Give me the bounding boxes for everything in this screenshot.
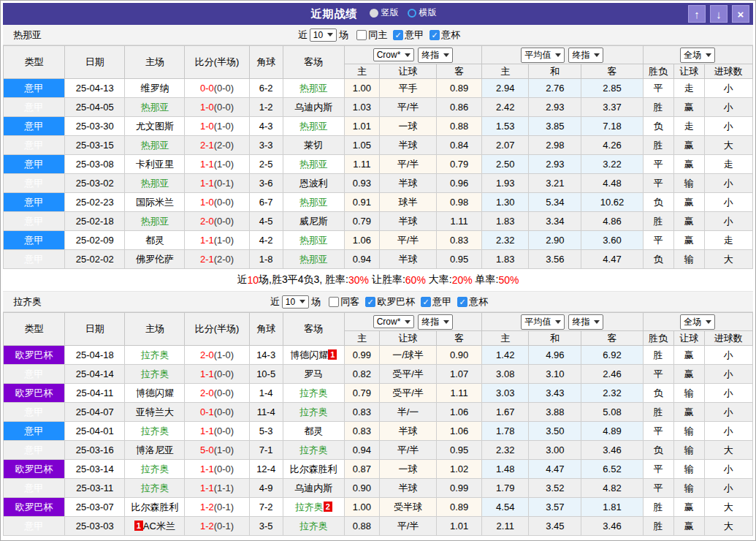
filter-checkbox[interactable]: ✓ bbox=[429, 30, 440, 40]
close-button[interactable]: × bbox=[732, 5, 749, 23]
match-count-select-value: 10 bbox=[313, 30, 323, 40]
bookmaker-select[interactable]: Crow* bbox=[373, 315, 415, 328]
radio-icon bbox=[408, 9, 416, 18]
match-date: 25-04-07 bbox=[65, 403, 125, 422]
score-cell: 1-1(1-0) bbox=[185, 231, 249, 250]
eu-home-odds: 1.83 bbox=[482, 212, 529, 231]
eu-home-odds: 2.11 bbox=[482, 517, 529, 536]
eu-home-odds: 3.03 bbox=[482, 384, 529, 403]
eu-draw-odds: 3.43 bbox=[529, 384, 581, 403]
chevron-down-icon bbox=[405, 320, 411, 324]
away-team-name: 热那亚 bbox=[299, 235, 328, 246]
layout-radio-horizontal[interactable]: 横版 bbox=[408, 7, 437, 19]
odds-group-header: 全场 bbox=[643, 46, 752, 64]
corner-score: 7-2 bbox=[249, 498, 283, 517]
fulltime-score: 2-1 bbox=[200, 254, 214, 265]
result-handicap: 输 bbox=[673, 441, 704, 460]
home-team-name: 拉齐奥 bbox=[140, 464, 169, 474]
league-type: 意甲 bbox=[4, 441, 65, 460]
home-team-name: 卡利亚里 bbox=[136, 159, 174, 170]
move-down-button[interactable]: ↓ bbox=[710, 5, 728, 23]
filter-checkbox[interactable] bbox=[329, 297, 339, 307]
match-count-select-value: 10 bbox=[286, 297, 295, 307]
match-row: 意甲25-02-02佛罗伦萨2-1(2-0)1-8热那亚0.94半球0.951.… bbox=[4, 250, 753, 269]
ah-away-odds: 1.01 bbox=[437, 517, 482, 536]
eu-away-odds: 5.08 bbox=[581, 403, 643, 422]
chevron-down-icon bbox=[443, 320, 449, 324]
home-team: 拉齐奥 bbox=[125, 422, 185, 441]
result-wdl: 平 bbox=[643, 365, 673, 384]
eu-draw-odds: 3.50 bbox=[529, 422, 581, 441]
eu-home-odds: 2.50 bbox=[482, 155, 529, 174]
average-select[interactable]: 平均值 bbox=[521, 48, 565, 63]
odds-group-header: Crow*终指 bbox=[344, 313, 481, 331]
chevron-down-icon bbox=[555, 320, 561, 324]
move-up-button[interactable]: ↑ bbox=[688, 5, 706, 23]
ah-away-odds: 1.02 bbox=[437, 460, 482, 479]
eu-away-odds: 3.37 bbox=[581, 98, 643, 117]
odds-group-selects: Crow*终指 bbox=[345, 48, 481, 63]
average-select[interactable]: 平均值 bbox=[521, 314, 565, 330]
ah-away-odds: 1.07 bbox=[437, 365, 482, 384]
corner-score: 10-5 bbox=[249, 365, 283, 384]
column-header: 比分(半场) bbox=[185, 313, 249, 346]
halftime-score: (0-0) bbox=[214, 83, 234, 94]
filter-checkbox[interactable]: ✓ bbox=[393, 30, 403, 40]
ah-home-odds: 0.94 bbox=[344, 250, 379, 269]
home-team-name: 热那亚 bbox=[140, 140, 169, 151]
filter-checkbox[interactable]: ✓ bbox=[365, 297, 375, 307]
final-index-select[interactable]: 终指 bbox=[568, 314, 603, 330]
eu-away-odds: 6.52 bbox=[581, 460, 643, 479]
bookmaker-select[interactable]: Crow* bbox=[373, 48, 415, 61]
final-index-select-value: 终指 bbox=[572, 316, 589, 328]
ah-home-odds: 0.91 bbox=[344, 193, 379, 212]
layout-radio-group: 竖版横版 bbox=[370, 7, 446, 19]
score-cell: 1-1(0-1) bbox=[185, 174, 249, 193]
filter-near-label: 近 bbox=[298, 29, 308, 42]
layout-radio-vertical[interactable]: 竖版 bbox=[370, 7, 399, 19]
result-wdl: 平 bbox=[643, 174, 673, 193]
column-header: 客场 bbox=[283, 46, 344, 79]
column-subheader: 进球数 bbox=[704, 331, 752, 346]
corner-score: 1-2 bbox=[249, 98, 283, 117]
section-summary: 近10场,胜3平4负3, 胜率:30% 让胜率:60% 大率:20% 单率:50… bbox=[3, 269, 753, 292]
result-handicap: 输 bbox=[673, 460, 704, 479]
fulltime-score: 2-0 bbox=[200, 387, 214, 398]
match-row: 意甲25-03-02热那亚1-1(0-1)3-6恩波利0.93半球0.961.9… bbox=[4, 174, 753, 193]
team-section-header: 热那亚近10场同主✓意甲✓意杯 bbox=[3, 25, 753, 45]
filter-checkbox[interactable] bbox=[356, 30, 367, 40]
result-goals: 小 bbox=[704, 365, 752, 384]
eu-home-odds: 1.67 bbox=[482, 403, 529, 422]
league-type: 意甲 bbox=[4, 365, 65, 384]
eu-draw-odds: 3.34 bbox=[529, 212, 581, 231]
result-handicap: 走 bbox=[673, 117, 704, 136]
eu-draw-odds: 3.00 bbox=[529, 441, 581, 460]
final-index-select[interactable]: 终指 bbox=[418, 48, 453, 63]
summary-segment: 近 bbox=[237, 273, 248, 287]
match-count-select[interactable]: 10 bbox=[310, 29, 337, 42]
ah-home-odds: 0.82 bbox=[344, 365, 379, 384]
bookmaker-select-value: Crow* bbox=[377, 50, 401, 60]
home-team-name: 博德闪耀 bbox=[136, 387, 174, 398]
result-goals: 小 bbox=[704, 460, 752, 479]
result-goals: 小 bbox=[704, 479, 752, 498]
away-team: 比尔森胜利 bbox=[283, 460, 344, 479]
final-index-select[interactable]: 终指 bbox=[568, 48, 603, 63]
score-cell: 2-1(2-0) bbox=[185, 136, 249, 155]
corner-score: 1-4 bbox=[249, 384, 283, 403]
result-handicap: 赢 bbox=[673, 231, 704, 250]
final-index-select[interactable]: 终指 bbox=[418, 314, 453, 330]
fulltime-select[interactable]: 全场 bbox=[680, 314, 715, 330]
result-goals: 小 bbox=[704, 384, 752, 403]
match-row: 意甲25-04-05热那亚1-0(0-0)1-2乌迪内斯1.03平/半0.862… bbox=[4, 98, 753, 117]
match-count-select[interactable]: 10 bbox=[282, 295, 309, 309]
filter-checkbox[interactable]: ✓ bbox=[421, 297, 431, 307]
fulltime-select[interactable]: 全场 bbox=[680, 48, 715, 63]
eu-draw-odds: 3.88 bbox=[529, 403, 581, 422]
result-goals: 小 bbox=[704, 117, 752, 136]
result-goals: 小 bbox=[704, 79, 752, 98]
away-team-name: 热那亚 bbox=[299, 83, 328, 94]
eu-home-odds: 1.83 bbox=[482, 250, 529, 269]
filter-checkbox[interactable]: ✓ bbox=[457, 297, 467, 307]
halftime-score: (1-1) bbox=[214, 483, 234, 493]
